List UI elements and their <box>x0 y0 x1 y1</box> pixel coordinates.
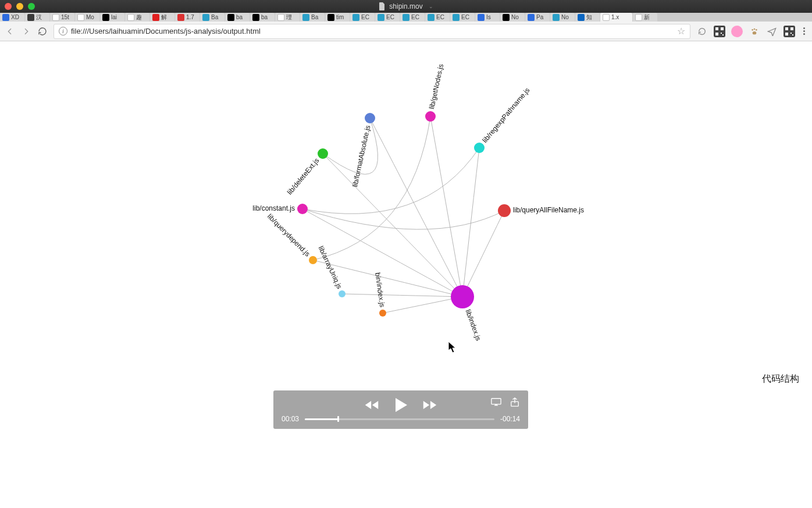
reload-button[interactable] <box>37 26 48 37</box>
tab-favicon <box>635 14 642 21</box>
tab-favicon <box>202 14 209 21</box>
window-title-text: shipin.mov <box>389 2 422 10</box>
tab-label: 新 <box>644 13 650 22</box>
tab-favicon <box>102 14 109 21</box>
browser-tab[interactable]: 新 <box>633 13 657 22</box>
rewind-button[interactable] <box>364 399 379 413</box>
tab-favicon <box>528 14 535 21</box>
svg-point-7 <box>756 29 757 31</box>
tab-label: No <box>511 14 519 20</box>
url-text: file:///Users/laihuamin/Documents/js-ana… <box>71 27 674 35</box>
browser-tab[interactable]: EC <box>400 13 425 22</box>
tab-label: tim <box>336 14 344 20</box>
tab-label: Ba <box>311 14 318 20</box>
browser-tab[interactable]: EC <box>350 13 375 22</box>
extension-qr2-icon[interactable] <box>783 26 795 37</box>
tab-favicon <box>302 14 309 21</box>
graph-node[interactable] <box>297 204 308 214</box>
graph-edge <box>313 116 430 260</box>
tab-label: EC <box>436 14 444 20</box>
video-progress-bar[interactable] <box>305 418 494 420</box>
play-button[interactable] <box>392 396 409 415</box>
graph-node[interactable] <box>339 290 346 297</box>
tab-label: EC <box>361 14 369 20</box>
browser-tab[interactable]: tim <box>325 13 350 22</box>
graph-edge <box>462 148 479 297</box>
airplay-icon[interactable] <box>491 397 501 408</box>
graph-title: 代码结构 <box>762 373 799 385</box>
tab-label: EC <box>461 14 469 20</box>
svg-rect-9 <box>785 27 788 30</box>
browser-tab[interactable]: lai <box>100 13 124 22</box>
svg-rect-4 <box>722 34 724 35</box>
svg-rect-14 <box>492 399 501 404</box>
extension-plane-icon[interactable] <box>766 26 778 37</box>
tab-favicon <box>578 14 585 21</box>
browser-tab[interactable]: No <box>500 13 525 22</box>
browser-tab[interactable]: Mo <box>75 13 99 22</box>
browser-tab[interactable]: 理 <box>275 13 300 22</box>
graph-node[interactable] <box>309 256 317 264</box>
browser-tab[interactable]: 1.x <box>600 13 632 22</box>
browser-tab[interactable]: ba <box>250 13 275 22</box>
graph-node-label: lib/queryAllFileName.js <box>513 206 584 214</box>
share-icon[interactable] <box>510 397 520 408</box>
browser-tab[interactable]: EC <box>425 13 450 22</box>
graph-node[interactable] <box>379 310 386 317</box>
browser-tab[interactable]: XD <box>0 13 24 22</box>
browser-tab[interactable]: 趣 <box>125 13 149 22</box>
graph-node[interactable] <box>451 285 474 308</box>
video-current-time: 00:03 <box>282 415 299 423</box>
extension-paw-icon[interactable] <box>749 26 760 37</box>
graph-node[interactable] <box>365 113 375 123</box>
fast-forward-button[interactable] <box>422 399 437 413</box>
extension-pink-icon[interactable] <box>731 26 743 37</box>
tab-label: 1.x <box>611 14 619 20</box>
address-bar[interactable]: i file:///Users/laihuamin/Documents/js-a… <box>54 24 690 39</box>
tab-favicon <box>2 14 9 21</box>
browser-tab[interactable]: 解 <box>150 13 174 22</box>
graph-edge <box>302 209 504 229</box>
browser-tab[interactable]: Ba <box>200 13 225 22</box>
browser-tab[interactable]: ba <box>225 13 250 22</box>
graph-node-label: lib/regexpPathname.js <box>480 86 531 144</box>
tab-label: 解 <box>161 13 167 22</box>
browser-tab[interactable]: 15t <box>50 13 74 22</box>
tab-label: ba <box>236 14 243 20</box>
tab-favicon <box>478 14 485 21</box>
tab-label: 趣 <box>136 13 142 22</box>
title-dropdown-icon[interactable]: ⌄ <box>429 3 433 9</box>
browser-tab[interactable]: Ba <box>300 13 325 22</box>
graph-node-label: lib/index.js <box>464 308 482 342</box>
dependency-graph[interactable]: lib/index.jslib/queryAllFileName.jslib/r… <box>0 41 812 507</box>
tab-favicon <box>127 14 134 21</box>
forward-button[interactable] <box>21 26 31 37</box>
browser-tab[interactable]: 知 <box>575 13 600 22</box>
browser-tab[interactable]: Is <box>475 13 500 22</box>
svg-rect-2 <box>715 33 718 35</box>
bookmark-star-icon[interactable]: ☆ <box>677 26 685 37</box>
tab-label: XD <box>11 14 19 20</box>
document-icon <box>379 2 386 10</box>
graph-node[interactable] <box>425 111 436 122</box>
graph-node-label: lib/getNodes.js <box>428 63 445 110</box>
browser-tab[interactable]: 汉 <box>25 13 49 22</box>
graph-edge <box>323 154 462 297</box>
graph-node[interactable] <box>474 143 485 153</box>
tab-label: Pa <box>536 14 543 20</box>
browser-tab[interactable]: EC <box>450 13 475 22</box>
chrome-menu-button[interactable] <box>801 27 807 35</box>
extension-reload-icon[interactable] <box>696 26 708 37</box>
video-remaining-time: -00:14 <box>500 415 520 423</box>
tab-favicon <box>227 14 234 21</box>
extension-qr-icon[interactable] <box>714 26 725 37</box>
tab-favicon <box>377 14 384 21</box>
browser-tab[interactable]: Pa <box>525 13 550 22</box>
graph-node[interactable] <box>498 204 511 217</box>
browser-tab[interactable]: No <box>550 13 575 22</box>
back-button[interactable] <box>5 26 15 37</box>
browser-tab[interactable]: 1.7 <box>175 13 200 22</box>
graph-node[interactable] <box>318 148 328 159</box>
browser-tab[interactable]: EC <box>375 13 400 22</box>
site-info-icon[interactable]: i <box>59 27 67 35</box>
